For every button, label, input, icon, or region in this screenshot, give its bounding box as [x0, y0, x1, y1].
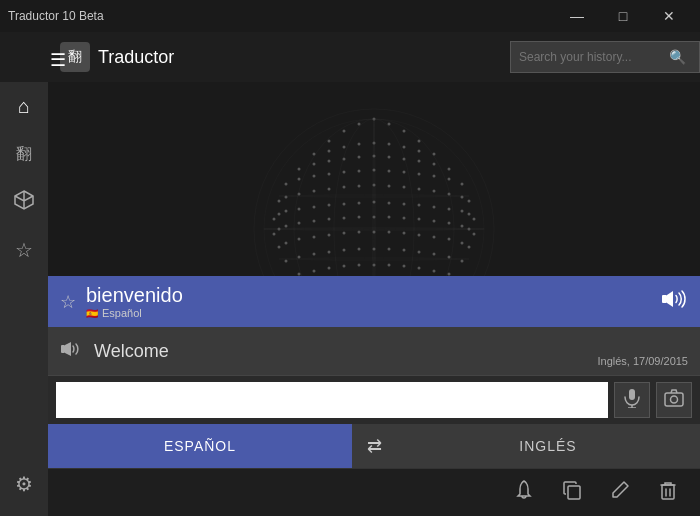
sidebar-item-favorites[interactable]: ☆ [0, 226, 48, 274]
svg-point-117 [285, 259, 288, 262]
svg-point-109 [403, 248, 406, 251]
svg-point-19 [418, 159, 421, 162]
window-controls: — □ ✕ [554, 0, 692, 32]
svg-point-60 [433, 205, 436, 208]
microphone-icon [623, 388, 641, 412]
svg-point-31 [418, 172, 421, 175]
svg-point-65 [358, 201, 361, 204]
home-icon: ⌂ [18, 95, 30, 118]
delete-button[interactable] [648, 473, 688, 513]
svg-point-91 [461, 241, 464, 244]
favorite-star-icon[interactable]: ☆ [60, 291, 76, 313]
source-row[interactable]: ☆ bienvenido 🇪🇸 Español [48, 276, 700, 327]
svg-point-80 [388, 215, 391, 218]
svg-point-126 [328, 266, 331, 269]
svg-rect-168 [662, 485, 674, 499]
svg-point-56 [473, 217, 476, 220]
svg-point-88 [278, 227, 281, 230]
svg-point-127 [313, 269, 316, 272]
language-bar: ESPAÑOL ⇄ INGLÉS [48, 424, 700, 468]
svg-point-21 [388, 155, 391, 158]
svg-point-26 [313, 162, 316, 165]
svg-point-11 [388, 142, 391, 145]
svg-point-108 [418, 250, 421, 253]
globe-area: ☆ bienvenido 🇪🇸 Español [48, 82, 700, 375]
speak-target-icon[interactable] [60, 339, 84, 364]
svg-point-106 [448, 255, 451, 258]
svg-point-98 [358, 230, 361, 233]
target-row[interactable]: Welcome Inglés, 17/09/2015 [48, 327, 700, 375]
svg-point-89 [273, 232, 276, 235]
svg-point-104 [278, 245, 281, 248]
microphone-button[interactable] [614, 382, 650, 418]
svg-point-22 [373, 154, 376, 157]
svg-point-110 [388, 247, 391, 250]
search-input[interactable] [519, 50, 669, 64]
swap-languages-button[interactable]: ⇄ [352, 424, 396, 468]
content-area: ☆ bienvenido 🇪🇸 Español [48, 82, 700, 516]
svg-point-58 [461, 209, 464, 212]
app-window: ☰ 翻 Traductor 🔍 ⌂ 翻 [0, 32, 700, 516]
svg-point-5 [343, 129, 346, 132]
search-icon: 🔍 [669, 49, 686, 65]
main-area: ⌂ 翻 ☆ ⚙ [0, 82, 700, 516]
svg-point-28 [461, 182, 464, 185]
svg-point-128 [298, 272, 301, 275]
translation-input[interactable] [56, 382, 608, 418]
target-language-button[interactable]: INGLÉS [396, 424, 700, 468]
svg-point-71 [278, 212, 281, 215]
bell-icon [513, 479, 535, 506]
svg-point-52 [313, 189, 316, 192]
source-language-button[interactable]: ESPAÑOL [48, 424, 352, 468]
svg-point-95 [403, 231, 406, 234]
svg-point-73 [473, 232, 476, 235]
svg-point-67 [328, 203, 331, 206]
svg-point-51 [328, 187, 331, 190]
speak-source-icon[interactable] [660, 287, 688, 316]
svg-point-2 [388, 122, 391, 125]
svg-point-107 [433, 252, 436, 255]
svg-point-27 [298, 167, 301, 170]
svg-point-70 [285, 209, 288, 212]
source-lang: 🇪🇸 Español [86, 307, 660, 319]
close-button[interactable]: ✕ [646, 0, 692, 32]
svg-point-61 [418, 203, 421, 206]
svg-point-72 [273, 217, 276, 220]
svg-point-94 [418, 233, 421, 236]
star-icon: ☆ [15, 238, 33, 262]
svg-point-92 [448, 237, 451, 240]
maximize-button[interactable]: □ [600, 0, 646, 32]
svg-rect-160 [662, 295, 667, 303]
svg-point-39 [298, 177, 301, 180]
svg-point-78 [418, 217, 421, 220]
minimize-button[interactable]: — [554, 0, 600, 32]
hamburger-button[interactable]: ☰ [38, 40, 78, 80]
svg-point-166 [671, 396, 678, 403]
svg-point-62 [403, 202, 406, 205]
copy-button[interactable] [552, 473, 592, 513]
svg-point-83 [343, 216, 346, 219]
svg-point-114 [328, 250, 331, 253]
svg-point-93 [433, 235, 436, 238]
svg-point-54 [285, 195, 288, 198]
svg-point-66 [343, 202, 346, 205]
svg-point-100 [328, 233, 331, 236]
svg-point-118 [448, 272, 451, 275]
svg-point-9 [418, 149, 421, 152]
sidebar-item-translate[interactable]: 翻 [0, 130, 48, 178]
svg-point-41 [468, 199, 471, 202]
edit-button[interactable] [600, 473, 640, 513]
sidebar-item-home[interactable]: ⌂ [0, 82, 48, 130]
svg-point-124 [358, 263, 361, 266]
svg-point-13 [358, 142, 361, 145]
sidebar-item-features[interactable] [0, 178, 48, 226]
svg-point-99 [343, 231, 346, 234]
svg-point-38 [313, 174, 316, 177]
svg-point-55 [278, 199, 281, 202]
notifications-button[interactable] [504, 473, 544, 513]
svg-point-76 [448, 221, 451, 224]
sidebar-item-settings[interactable]: ⚙ [0, 460, 48, 508]
svg-point-12 [373, 141, 376, 144]
camera-button[interactable] [656, 382, 692, 418]
svg-point-37 [328, 172, 331, 175]
